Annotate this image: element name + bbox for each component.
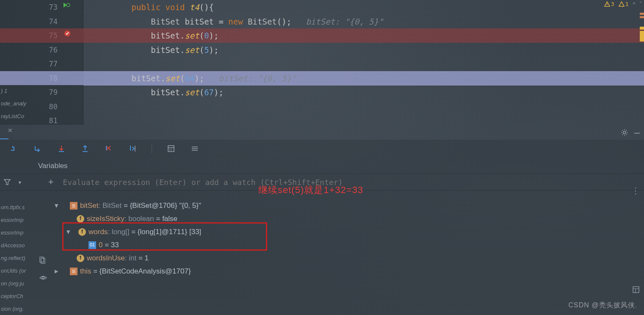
code-line[interactable]: bitSet.set(5); (83, 43, 644, 57)
svg-point-16 (42, 277, 44, 279)
svg-rect-7 (168, 146, 174, 152)
warning-indicator-2[interactable]: 1 (619, 1, 629, 7)
debug-panel-settings[interactable]: — (621, 127, 640, 138)
svg-point-3 (623, 131, 626, 134)
run-to-cursor-icon[interactable] (128, 144, 137, 153)
var-this[interactable]: ▸ this = {BitSetCodeAnalysis@1707} (53, 265, 640, 278)
copy-icon[interactable] (39, 256, 46, 264)
code-line[interactable]: BitSet bitSet = new BitSet(); bitSet: "{… (83, 14, 644, 29)
new-watch-icon[interactable]: + (48, 177, 54, 188)
frames-overflow-bottom: om.ttpfx.s essorImp essorImp dAccesso ng… (0, 201, 35, 315)
inspection-indicators[interactable]: 3 1 ^ ˇ (604, 1, 641, 7)
line-number[interactable]: 80 (41, 99, 58, 114)
code-line[interactable]: bitSet.set(0); (83, 28, 644, 43)
step-out-icon[interactable] (80, 144, 90, 153)
active-tab-underline (0, 138, 8, 139)
var-words-0[interactable]: 01 0 = 33 (53, 238, 640, 251)
code-editor[interactable]: 737475767778798081 public void t4(){ Bit… (0, 0, 644, 125)
show-exec-point-icon[interactable] (9, 144, 19, 153)
code-line[interactable] (83, 99, 644, 114)
field-badge-icon: f (78, 228, 86, 236)
object-badge-icon (70, 202, 77, 210)
variables-tab-label[interactable]: Variables (0, 158, 644, 174)
watch-icon[interactable] (39, 275, 47, 281)
annotation-overlay: 继续set(5)就是1+32=33 (258, 184, 363, 196)
primitive-badge-icon: 01 (88, 241, 96, 249)
code-line[interactable]: public void t4(){ (83, 0, 644, 14)
var-words[interactable]: ▾ f words: long[] = {long[1]@1711} [33] (53, 225, 640, 238)
filter-icon[interactable] (2, 178, 11, 186)
code-line[interactable]: bitSet.set(67); (83, 85, 644, 99)
line-number[interactable]: 77 (41, 57, 58, 71)
code-line[interactable] (83, 113, 644, 128)
code-line[interactable]: bitSet.set(64); bitSet: "{0, 5}" (83, 71, 644, 86)
warning-count-1: 3 (611, 1, 614, 7)
dropdown-icon[interactable]: ▾ (18, 178, 22, 186)
watermark: CSDN @秃头披风侠. (569, 301, 637, 310)
chevron-right-icon[interactable]: ▸ (53, 265, 60, 278)
trace-current-stream-icon[interactable] (190, 144, 199, 153)
evaluate-expression-icon[interactable] (166, 144, 176, 153)
breakpoint-icon[interactable] (64, 30, 70, 36)
run-test-icon[interactable] (63, 2, 69, 8)
svg-rect-11 (633, 287, 639, 293)
highlight-mode-icon[interactable]: ^ (633, 1, 636, 7)
field-badge-icon: f (77, 254, 84, 262)
debug-stepping-toolbar (0, 140, 644, 158)
line-number[interactable]: 73 (41, 0, 58, 14)
minimize-icon[interactable]: — (634, 127, 640, 138)
svg-rect-15 (41, 258, 45, 263)
layout-settings-icon[interactable] (632, 286, 640, 293)
code-line[interactable] (83, 57, 644, 71)
tab-close-button[interactable]: ✕ (8, 127, 13, 134)
field-badge-icon: f (77, 215, 84, 223)
error-stripe[interactable] (640, 13, 644, 43)
var-wordsinuse[interactable]: f wordsInUse: int = 1 (53, 251, 640, 265)
chevron-down-icon[interactable]: ▾ (65, 225, 72, 238)
var-sizeissticky[interactable]: f sizeIsSticky: boolean = false (53, 212, 640, 225)
svg-rect-14 (40, 257, 44, 262)
line-number[interactable]: 79 (41, 85, 58, 99)
add-watch-right-icon[interactable]: ⋮ (631, 185, 640, 196)
variables-tree[interactable]: ▾ bitSet: BitSet = {BitSet@1706} "{0, 5}… (53, 199, 640, 278)
step-into-icon[interactable] (57, 144, 66, 153)
line-number[interactable]: 81 (41, 113, 58, 128)
highlight-mode-icon-2[interactable]: ˇ (640, 1, 641, 7)
warning-indicator-1[interactable]: 3 (604, 1, 614, 7)
gear-icon[interactable] (621, 129, 628, 136)
drop-frame-icon[interactable] (104, 144, 113, 153)
var-bitset[interactable]: ▾ bitSet: BitSet = {BitSet@1706} "{0, 5}… (53, 199, 640, 212)
line-number[interactable]: 74 (41, 14, 58, 29)
chevron-down-icon[interactable]: ▾ (53, 199, 60, 212)
object-badge-icon (70, 268, 77, 275)
line-number[interactable]: 76 (41, 43, 58, 57)
step-over-icon[interactable] (33, 144, 42, 153)
frames-overflow-top: ) 1 ode_analy rayListCo (0, 85, 37, 123)
warning-count-2: 1 (625, 1, 629, 7)
